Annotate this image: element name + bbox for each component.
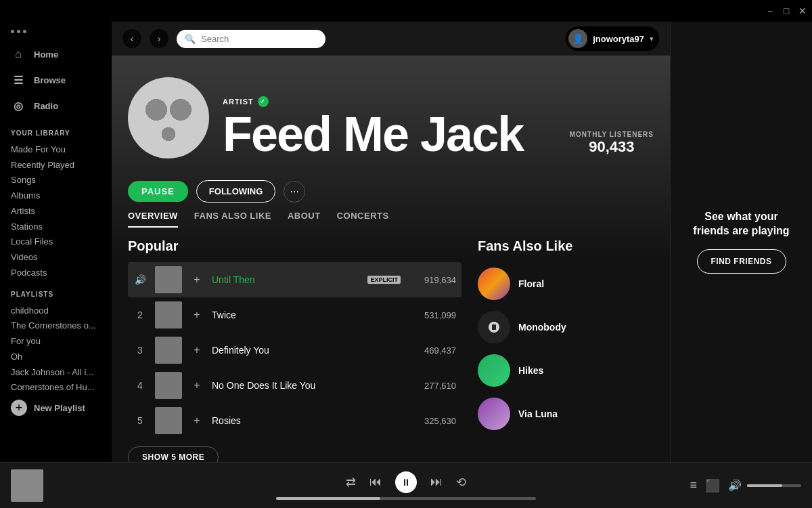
sidebar-item-artists[interactable]: Artists [0,203,112,218]
sidebar-item-browse[interactable]: ☰ Browse [0,67,112,93]
back-button[interactable]: ‹ [122,29,141,48]
sidebar-item-podcasts[interactable]: Podcasts [0,264,112,280]
forward-button[interactable]: › [150,29,168,48]
track-number: 4 [133,380,147,391]
search-bar[interactable]: 🔍 [177,30,325,48]
track-image [155,301,182,329]
sidebar-playlist-childhood[interactable]: childhood [0,302,112,318]
fan-name: Monobody [518,322,566,333]
table-row[interactable]: 3 + Definitely You 469,437 [128,333,461,368]
content-columns: Popular 🔊 + Until Then EXPLICIT 919,634 [112,238,670,462]
home-icon: ⌂ [11,47,26,62]
track-add-button[interactable]: + [190,344,204,356]
sidebar-item-songs[interactable]: Songs [0,171,112,187]
tab-overview[interactable]: OVERVIEW [128,211,178,228]
list-item[interactable]: Monobody [478,305,654,349]
explicit-badge: EXPLICIT [367,276,401,284]
player-bar: ⇄ ⏮ ⏸ ⏭ ⟲ ≡ ⬛ 🔊 [0,462,812,508]
progress-bar[interactable] [271,497,541,500]
sidebar-item-local-files[interactable]: Local Files [0,233,112,249]
artist-info: ARTIST ✓ Feed Me Jack [223,96,556,158]
tab-about[interactable]: ABOUT [288,211,321,228]
sidebar-radio-label: Radio [34,101,58,111]
speaker-icon: 🔊 [135,274,146,285]
sidebar-playlist-cornerstones-hu[interactable]: Cornerstones of Hu... [0,379,112,394]
artist-header: ARTIST ✓ Feed Me Jack MONTHLY LISTENERS … [112,56,670,172]
sidebar-item-recently-played[interactable]: Recently Played [0,156,112,172]
show-more-button[interactable]: SHOW 5 MORE [128,446,219,462]
popular-section: Popular 🔊 + Until Then EXPLICIT 919,634 [128,238,461,462]
dot [23,30,26,33]
find-friends-button[interactable]: FIND FRIENDS [697,249,786,274]
list-item[interactable]: Via Luna [478,392,654,436]
volume-fill [747,484,782,487]
plus-icon: + [11,400,27,416]
track-add-button[interactable]: + [190,415,204,427]
queue-button[interactable]: ≡ [690,478,697,492]
sidebar-playlist-cornerstones[interactable]: The Cornerstones o... [0,317,112,333]
track-plays: 919,634 [409,275,456,285]
tab-fans-also-like[interactable]: FANS ALSO LIKE [194,211,271,228]
progress-fill [276,497,380,500]
top-bar-right: 👤 jnoworyta97 ▾ [566,26,659,51]
table-row[interactable]: 🔊 + Until Then EXPLICIT 919,634 [128,262,461,297]
more-button[interactable]: ··· [284,181,305,203]
volume-control[interactable]: 🔊 [728,479,801,492]
track-number: 2 [133,310,147,320]
minimize-button[interactable]: − [766,7,774,15]
play-pause-button[interactable]: ⏸ [395,471,417,493]
repeat-button[interactable]: ⟲ [456,475,466,490]
fan-avatar [478,268,510,300]
fan-avatar [478,398,510,430]
sidebar-playlist-oh[interactable]: Oh [0,348,112,364]
sidebar-item-radio[interactable]: ◎ Radio [0,93,112,119]
close-button[interactable]: ✕ [798,7,807,15]
shuffle-button[interactable]: ⇄ [346,475,356,490]
following-button[interactable]: FOLLOWING [196,180,275,203]
player-center: ⇄ ⏮ ⏸ ⏭ ⟲ [171,471,641,500]
artist-type: ARTIST ✓ [223,96,556,107]
sidebar-item-videos[interactable]: Videos [0,249,112,264]
table-row[interactable]: 2 + Twice 531,099 [128,297,461,333]
track-number: 3 [133,345,147,356]
new-playlist-button[interactable]: + New Playlist [0,394,112,421]
playlists-section-label: PLAYLISTS [0,280,112,302]
track-thumbnail [155,407,182,434]
user-menu[interactable]: 👤 jnoworyta97 ▾ [566,26,659,51]
table-row[interactable]: 5 + Rosies 325,630 [128,403,461,438]
tabs: OVERVIEW FANS ALSO LIKE ABOUT CONCERTS [112,211,670,228]
track-add-button[interactable]: + [190,309,204,321]
table-row[interactable]: 4 + No One Does It Like You 277,610 [128,368,461,403]
sidebar-item-stations[interactable]: Stations [0,218,112,234]
track-image [155,372,182,399]
window-controls[interactable]: − □ ✕ [766,7,807,15]
list-item[interactable]: Floral [478,262,654,305]
sidebar-playlist-for-you[interactable]: For you [0,333,112,348]
devices-button[interactable]: ⬛ [705,478,720,493]
track-thumbnail [155,301,182,329]
list-item[interactable]: Hikes [478,349,654,392]
pause-button[interactable]: PAUSE [128,181,188,202]
track-name: Rosies [212,415,401,426]
next-button[interactable]: ⏭ [430,475,443,489]
track-name: Twice [212,310,401,320]
search-input[interactable] [201,34,309,44]
sidebar-item-home[interactable]: ⌂ Home [0,41,112,67]
tab-concerts[interactable]: CONCERTS [337,211,389,228]
username-label: jnoworyta97 [593,34,644,44]
track-add-button[interactable]: + [190,274,204,286]
sidebar-playlist-jack-johnson[interactable]: Jack Johnson - All i... [0,364,112,379]
sidebar-item-albums[interactable]: Albums [0,187,112,203]
sidebar-item-made-for-you[interactable]: Made For You [0,141,112,156]
action-row: PAUSE FOLLOWING ··· [112,172,670,211]
top-bar: ‹ › 🔍 👤 jnoworyta97 ▾ [112,22,670,56]
progress-track[interactable] [276,497,536,500]
dot [11,30,14,33]
artist-image [128,77,209,158]
now-playing-thumbnail [11,469,43,502]
maximize-button[interactable]: □ [782,7,790,15]
sidebar: ⌂ Home ☰ Browse ◎ Radio YOUR LIBRARY Mad… [0,22,112,462]
previous-button[interactable]: ⏮ [369,475,382,489]
volume-bar[interactable] [747,484,801,487]
track-add-button[interactable]: + [190,379,204,391]
